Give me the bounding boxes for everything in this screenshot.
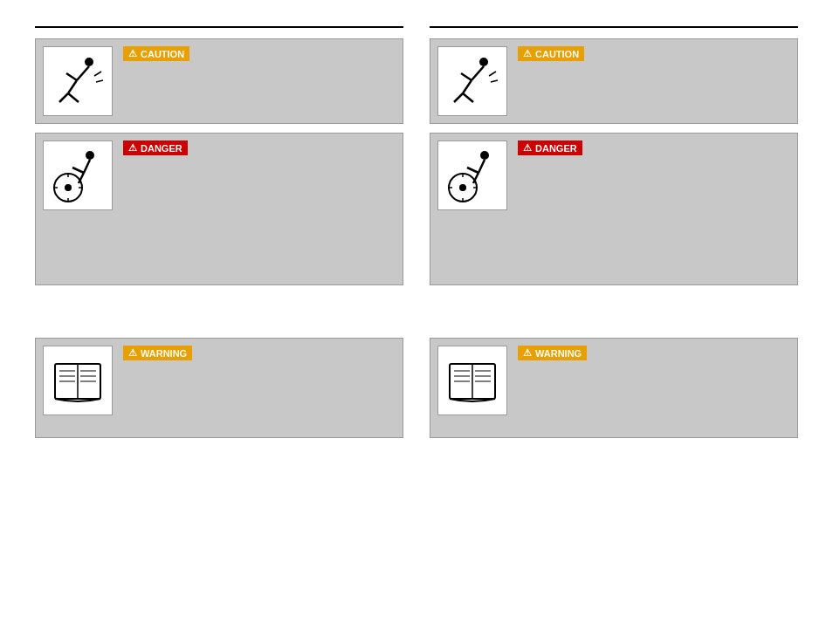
right-warning-label: WARNING — [535, 348, 582, 359]
page: ⚠ CAUTION — [0, 0, 833, 644]
book-icon-right — [445, 353, 499, 408]
svg-line-28 — [461, 73, 472, 80]
right-divider — [430, 26, 798, 28]
left-column: ⚠ CAUTION — [35, 26, 403, 627]
right-caution-label: CAUTION — [535, 49, 579, 59]
svg-line-16 — [72, 168, 84, 173]
left-divider — [35, 26, 403, 28]
svg-point-14 — [86, 151, 94, 160]
left-danger-card: ⚠ DANGER — [35, 133, 403, 285]
left-warning-content: ⚠ WARNING — [120, 339, 403, 437]
svg-line-29 — [463, 80, 472, 93]
svg-line-2 — [66, 73, 77, 80]
right-caution-card: ⚠ CAUTION — [430, 38, 798, 124]
svg-point-35 — [459, 184, 466, 191]
left-warning-icon-box — [43, 346, 113, 415]
right-warning-icon-box — [437, 346, 507, 415]
warning-triangle-icon-left: ⚠ — [128, 347, 137, 359]
right-spacer — [430, 294, 798, 338]
left-warning-label: WARNING — [141, 348, 187, 359]
left-danger-badge: ⚠ DANGER — [123, 140, 188, 155]
caution-triangle-icon-right: ⚠ — [523, 48, 532, 59]
right-warning-content: ⚠ WARNING — [514, 339, 797, 437]
svg-point-9 — [65, 184, 72, 191]
svg-line-33 — [491, 80, 498, 82]
left-caution-icon-box — [43, 46, 113, 116]
svg-line-6 — [94, 72, 101, 76]
svg-point-40 — [480, 151, 489, 160]
warning-triangle-icon-right: ⚠ — [523, 347, 532, 359]
left-caution-label: CAUTION — [141, 49, 184, 59]
slip-icon-right — [445, 54, 499, 108]
right-danger-label: DANGER — [535, 143, 577, 154]
danger-triangle-icon-right: ⚠ — [523, 142, 532, 154]
right-warning-badge: ⚠ WARNING — [518, 346, 587, 360]
svg-line-5 — [68, 93, 79, 102]
svg-line-7 — [96, 80, 103, 82]
blade-icon-left — [51, 148, 105, 202]
right-danger-card: ⚠ DANGER — [430, 133, 798, 285]
left-warning-badge: ⚠ WARNING — [123, 346, 192, 360]
left-spacer — [35, 294, 403, 338]
svg-line-30 — [454, 93, 463, 102]
svg-line-3 — [68, 80, 77, 93]
right-danger-badge: ⚠ DANGER — [518, 140, 582, 155]
svg-line-27 — [472, 66, 484, 80]
right-warning-card: ⚠ WARNING — [430, 338, 798, 438]
svg-point-0 — [85, 58, 93, 66]
svg-line-1 — [77, 66, 89, 80]
left-caution-content: ⚠ CAUTION — [120, 39, 403, 123]
left-danger-icon-box — [43, 140, 113, 210]
right-danger-icon-box — [437, 140, 507, 210]
svg-line-15 — [84, 160, 90, 173]
svg-line-31 — [463, 93, 473, 102]
danger-triangle-icon-left: ⚠ — [128, 142, 137, 154]
left-caution-card: ⚠ CAUTION — [35, 38, 403, 124]
left-warning-card: ⚠ WARNING — [35, 338, 403, 438]
svg-line-42 — [467, 168, 478, 173]
svg-point-26 — [479, 58, 488, 66]
svg-line-41 — [478, 160, 485, 173]
book-icon-left — [51, 353, 105, 408]
left-danger-content: ⚠ DANGER — [120, 134, 403, 284]
caution-triangle-icon: ⚠ — [128, 48, 137, 59]
right-caution-content: ⚠ CAUTION — [514, 39, 797, 123]
svg-line-32 — [489, 72, 496, 76]
right-danger-content: ⚠ DANGER — [514, 134, 797, 284]
blade-icon-right — [445, 148, 499, 202]
slip-icon — [51, 54, 105, 108]
svg-line-4 — [59, 93, 68, 102]
left-caution-badge: ⚠ CAUTION — [123, 46, 189, 61]
right-column: ⚠ CAUTION — [430, 26, 798, 627]
right-caution-icon-box — [437, 46, 507, 116]
right-caution-badge: ⚠ CAUTION — [518, 46, 584, 61]
left-danger-label: DANGER — [141, 143, 182, 154]
